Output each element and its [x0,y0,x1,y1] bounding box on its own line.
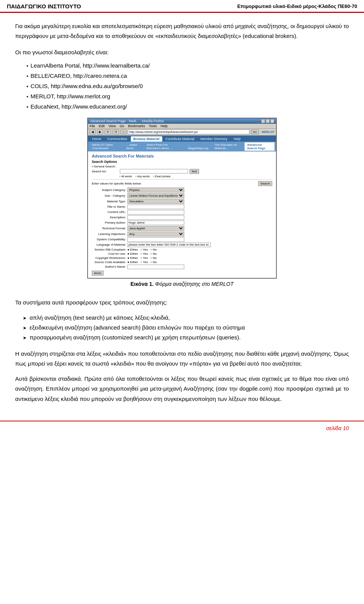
home-button[interactable]: ⌂ [121,129,126,134]
field-url: Content URL: [92,210,272,214]
caption-text: Φόρμα αναζήτησης στο MERLOT [155,281,234,287]
merlot-body: Advanced Search For Materials Search Opt… [88,151,276,278]
search-type-1: απλή αναζήτηση (text search) με κάποιες … [23,313,349,323]
merlot-page-title: Advanced Search For Materials [92,154,272,158]
minimize-button[interactable]: _ [261,119,265,123]
field-input-language[interactable] [127,243,211,247]
field-copyright: Copyright Restrictions: ● Either ○ Yes ○… [92,256,272,260]
field-input-title[interactable] [127,205,184,209]
paragraph-2: Αυτά βρίσκονται σταδιακά. Πρώτα από όλα … [15,374,349,404]
field-format: Technical Format: Java Applet [92,226,272,231]
find-button[interactable]: find [190,169,199,174]
menu-view[interactable]: View [108,124,116,128]
field-select-materialtype[interactable]: Simulation [127,199,184,204]
items-button[interactable]: items [92,271,104,276]
menu-file[interactable]: File [89,124,95,128]
merlot-navtabs: Home Communities Browse Material Contrib… [88,136,276,142]
figure-caption: Εικόνα 1. Φόρμα αναζήτησης στο MERLOT [130,281,234,287]
radio-src-no: ○ No [150,260,157,264]
refresh-button[interactable]: ↺ [113,129,119,134]
field-input-system[interactable] [127,237,184,242]
search-type-2: εξειδικευμένη αναζήτηση (advanced search… [23,323,349,333]
field-label-cost: Cost for Use: [92,252,126,255]
field-input-author[interactable] [127,221,184,225]
merlot-window-title: Advanced Search Page - Medi... - Mozilla… [90,119,164,123]
search-for-row: Search for: find [92,169,272,174]
field-source-options: ● Either ○ Yes ○ No [127,260,157,264]
merlot-toolbar: ◀ ▶ ✕ ↺ ⌂ http://www.merlot.org/merlot/p… [88,129,276,136]
merlot-titlebar: Advanced Search Page - Medi... - Mozilla… [88,118,276,124]
paragraph-1: Η αναζήτηση στηρίζεται στα λέξεις «κλειδ… [15,349,349,369]
nav-tab-help[interactable]: Help [231,136,243,142]
field-input-url[interactable] [127,210,184,214]
back-button[interactable]: ◀ [89,129,96,134]
enter-values-row: Enter values for specific fields below: … [92,181,272,186]
radio-anywords: ○ Any words [135,175,149,178]
field-label-description: Description: [92,216,126,219]
field-copyright-options: ● Either ○ Yes ○ No [127,256,157,260]
nav-tab-home[interactable]: Home [89,136,104,142]
go-button[interactable]: Go [251,129,259,134]
field-select-learning[interactable]: Any [127,232,184,237]
list-item: LearnAlberta Portal, http://www.learnalb… [27,60,349,71]
field-cost-options: ● Either ○ Yes ○ No [127,252,157,255]
search-button[interactable]: Search [258,181,272,186]
search-input[interactable] [120,169,188,173]
subtab-5[interactable]: The Educator-of-Material... [212,142,244,151]
search-for-label: Search for: [92,170,118,173]
merlot-menubar: File Edit View Go Bookmarks Tools Help [88,124,276,129]
nav-tab-contribute[interactable]: Contribute Material [163,136,197,142]
merlot-window-buttons: _ □ ✕ [261,119,274,123]
nav-tab-member[interactable]: Member Directory [198,136,231,142]
subtab-1[interactable]: MERLOT Open Courseware [89,142,123,151]
nav-tab-communities[interactable]: Communities [105,136,130,142]
screenshot-section: Advanced Search Page - Medi... - Mozilla… [15,118,349,294]
menu-bookmarks[interactable]: Bookmarks [128,124,145,128]
nav-tab-browse[interactable]: Browse Material [131,136,162,142]
radio-allwords: ○ All words [119,175,132,178]
page-number: σελίδα 10 [326,425,349,431]
subtab-4[interactable]: ... MegaHitopi.org [185,142,211,151]
address-bar[interactable]: http://www.merlot.org/merlot/p/AdvancedS… [128,129,249,134]
merlot-subtabs: MERLOT Open Courseware ... editor Items … [88,142,276,151]
submit-row: items [92,271,272,276]
radio-src-yes: ○ Yes [140,260,148,264]
field-title: Title or Name: [92,205,272,209]
field-select-subcategory[interactable]: Linear Motion Forces and Equilibrium [127,193,184,198]
search-types-list: απλή αναζήτηση (text search) με κάποιες … [23,313,349,343]
field-learning: Learning Objectives: Any [92,232,272,237]
search-options-label: Search Options [92,160,272,164]
subtab-3[interactable]: Select Peer-For Educator's Items ... [144,142,184,151]
stop-button[interactable]: ✕ [105,129,111,134]
radio-cr-yes: ○ Yes [140,256,148,260]
field-description: Description: [92,215,272,220]
field-input-description[interactable] [127,215,184,220]
field-materialtype: Material Type: Simulation [92,199,272,204]
subtab-6[interactable]: Advanced Search Page [245,142,275,151]
field-input-authorname[interactable] [127,265,184,269]
forward-button[interactable]: ▶ [97,129,103,134]
field-cost: Cost for Use: ● Either ○ Yes ○ No [92,252,272,255]
menu-help[interactable]: Help [160,124,168,128]
header-right-title: Επιμορφωτικό υλικό-Ειδικό μέρος-Κλάδος Π… [237,3,357,9]
close-button[interactable]: ✕ [270,119,274,123]
field-label-url: Content URL: [92,210,126,214]
menu-go[interactable]: Go [119,124,124,128]
field-select-format[interactable]: Java Applet [127,226,184,231]
field-label-learning: Learning Objectives: [92,232,126,236]
brokers-intro: Οι πιο γνωστοί διαμεσολαβητές είναι: [15,47,349,57]
enter-values-label: Enter values for specific fields below: [92,182,141,185]
menu-edit[interactable]: Edit [99,124,105,128]
radio-cost-either: ● Either [127,252,138,255]
maximize-button[interactable]: □ [266,119,270,123]
field-select-subject[interactable]: Physics [127,188,184,192]
field-subject: Subject Category: Physics [92,188,272,192]
field-label-subject: Subject Category: [92,188,126,192]
brokers-list: LearnAlberta Portal, http://www.learnalb… [27,60,349,112]
subtab-2[interactable]: ... editor Items [124,142,143,151]
radio-src-either: ● Either [127,260,138,264]
menu-tools[interactable]: Tools [149,124,157,128]
field-language: Language of Material: [92,243,272,247]
radio-no-508: ○ No [150,248,157,251]
field-system: System Compatibility: [92,237,272,242]
